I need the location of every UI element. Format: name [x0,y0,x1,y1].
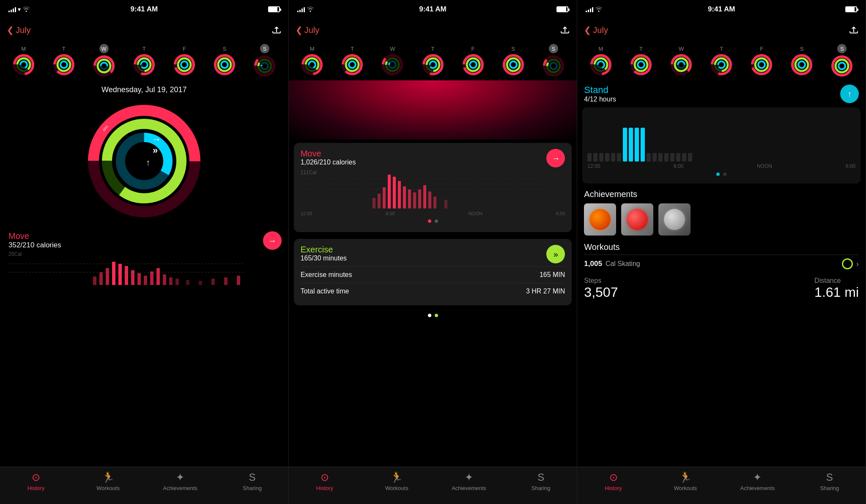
day-s3[interactable]: S [791,46,813,76]
workouts-icon-2: 🏃 [390,471,403,483]
share-button-3[interactable] [849,24,859,36]
dot-2-2 [435,219,438,223]
svg-rect-61 [125,266,128,285]
day-f3[interactable]: F [751,46,773,76]
tab-sharing-1[interactable]: S Sharing [216,471,288,491]
day-m3[interactable]: M [590,46,612,76]
chevron-left-icon-2: ❮ [296,25,303,35]
day-t3[interactable]: T [630,46,652,76]
dl-su3: S [837,44,847,53]
day-ring-s1 [214,54,236,76]
day-s2[interactable]: S [502,46,524,76]
day-wednesday-1[interactable]: W [93,44,115,77]
svg-rect-131 [403,186,406,208]
svg-rect-136 [428,192,431,208]
day-monday-1[interactable]: M [13,46,35,76]
page-dots-move-2 [301,216,565,226]
move-value-2: 1,026/210 calories [301,159,565,166]
stand-bar-active [635,128,639,162]
day-w3[interactable]: W [670,46,692,76]
tab-sharing-2[interactable]: S Sharing [505,471,577,491]
svg-point-104 [470,61,477,68]
svg-rect-73 [224,277,227,285]
dl-m3: M [598,46,603,52]
arrow-right-icon-1: → [268,236,277,246]
achievement-badge-2[interactable] [621,203,653,236]
stand-bar [676,153,680,162]
workout-item-3[interactable]: 1,005 Cal Skating › [584,255,859,273]
stand-detail-btn-3[interactable]: ↑ [840,85,859,103]
battery-icon-1 [268,6,280,12]
svg-point-108 [507,58,520,71]
stand-bar [688,153,692,162]
day-t2b[interactable]: T [422,46,444,76]
svg-point-148 [635,58,647,71]
back-button-1[interactable]: ❮ July [7,25,31,35]
day-sunday-1[interactable]: S [254,44,276,77]
share-button-1[interactable] [271,24,282,36]
status-left-3 [586,6,603,13]
tab-achievements-2[interactable]: ✦ Achievements [433,471,505,491]
dl-f2: F [471,46,475,52]
dr-f3 [751,54,773,76]
day-su2[interactable]: S [543,44,565,77]
achievement-badge-1[interactable] [584,203,616,236]
workout-cal-3: 1,005 [584,260,602,268]
tab-achievements-1[interactable]: ✦ Achievements [144,471,216,491]
svg-rect-63 [137,273,141,285]
day-t2[interactable]: T [341,46,363,76]
carrier-text: ▾ [18,6,21,13]
tab-bar-1: ⊙ History 🏃 Workouts ✦ Achievements S Sh… [0,467,288,504]
tab-sharing-3[interactable]: S Sharing [794,471,866,491]
tab-achievements-3[interactable]: ✦ Achievements [721,471,793,491]
share-button-2[interactable] [560,24,570,36]
tab-workouts-1[interactable]: 🏃 Workouts [72,471,144,491]
workout-type-3: Cal Skating [606,260,640,268]
svg-point-39 [258,60,271,72]
day-thursday-1[interactable]: T [133,46,155,76]
dl-m2: M [310,46,315,52]
svg-rect-68 [169,277,173,285]
svg-rect-135 [423,185,426,208]
tab-workouts-3[interactable]: 🏃 Workouts [650,471,721,491]
tab-history-2[interactable]: ⊙ History [289,471,361,491]
week-strip-1: M T [0,41,288,80]
tab-history-3[interactable]: ⊙ History [577,471,649,491]
day-su3[interactable]: S [831,44,853,77]
svg-rect-133 [413,192,416,208]
svg-point-16 [98,60,110,72]
tab-workouts-2[interactable]: 🏃 Workouts [361,471,433,491]
sharing-icon-1: S [249,471,255,483]
day-th3[interactable]: T [710,46,732,76]
exercise-row-1: Exercise minutes 165 MIN [301,266,565,283]
dr-w2 [381,54,403,76]
workout-right-3: › [842,258,859,269]
day-m2[interactable]: M [301,46,323,76]
status-bar-1: ▾ 9:41 AM [0,0,288,19]
dr-su2 [543,55,565,77]
stand-bar [611,153,615,162]
ex-row-val-2: 3 HR 27 MIN [526,288,565,295]
day-tuesday-1[interactable]: T [53,46,75,76]
nav-header-3: ❮ July [577,19,866,41]
dl-th3: T [720,46,723,52]
svg-point-84 [346,58,359,71]
tab-history-label-1: History [27,485,44,491]
move-detail-button-1[interactable]: → [263,231,282,250]
arrow-icon-ex-2: » [554,249,558,259]
tab-bar-2: ⊙ History 🏃 Workouts ✦ Achievements S Sh… [289,467,577,504]
day-f2[interactable]: F [462,46,484,76]
stand-bars-3 [587,112,855,163]
distance-label-3: Distance [814,277,859,285]
achievement-badge-3[interactable] [658,203,691,236]
status-time-1: 9:41 AM [131,5,158,14]
move-value-1: 352/210 calories [8,241,61,249]
back-button-2[interactable]: ❮ July [296,25,320,35]
day-friday-1[interactable]: F [173,46,195,76]
stand-page-dots [587,173,855,176]
dl-t2b: T [431,46,435,52]
day-w2[interactable]: W [381,46,403,76]
back-button-3[interactable]: ❮ July [584,25,608,35]
tab-history-1[interactable]: ⊙ History [0,471,72,491]
day-saturday-1[interactable]: S [214,46,236,76]
